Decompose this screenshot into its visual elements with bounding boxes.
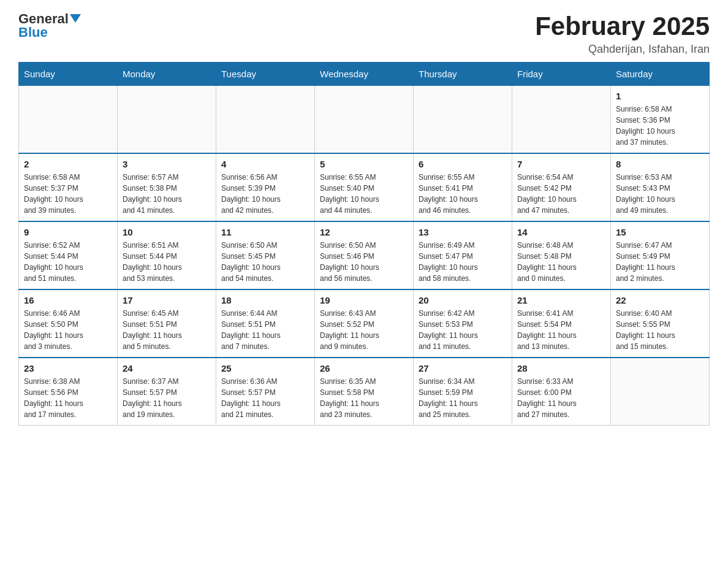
day-number: 23 [24,363,112,373]
table-row: 3Sunrise: 6:57 AMSunset: 5:38 PMDaylight… [118,153,216,221]
day-number: 28 [517,363,605,373]
table-row: 15Sunrise: 6:47 AMSunset: 5:49 PMDayligh… [611,221,710,289]
table-row [611,358,710,426]
day-number: 26 [320,363,408,373]
day-info: Sunrise: 6:33 AMSunset: 6:00 PMDaylight:… [517,376,605,420]
day-number: 1 [616,91,704,101]
table-row: 12Sunrise: 6:50 AMSunset: 5:46 PMDayligh… [315,221,414,289]
table-row: 22Sunrise: 6:40 AMSunset: 5:55 PMDayligh… [611,289,710,358]
title-block: February 2025 Qahderijan, Isfahan, Iran [535,12,710,56]
day-info: Sunrise: 6:36 AMSunset: 5:57 PMDaylight:… [221,376,309,420]
day-number: 4 [221,159,309,169]
logo-general: General [18,12,69,26]
day-number: 17 [123,295,211,305]
day-number: 27 [419,363,507,373]
day-info: Sunrise: 6:58 AMSunset: 5:37 PMDaylight:… [24,172,112,216]
table-row: 6Sunrise: 6:55 AMSunset: 5:41 PMDaylight… [414,153,512,221]
day-number: 19 [320,295,408,305]
table-row: 24Sunrise: 6:37 AMSunset: 5:57 PMDayligh… [118,358,216,426]
col-sunday: Sunday [19,63,118,86]
day-number: 5 [320,159,408,169]
calendar-week-row: 2Sunrise: 6:58 AMSunset: 5:37 PMDaylight… [19,153,710,221]
day-info: Sunrise: 6:35 AMSunset: 5:58 PMDaylight:… [320,376,408,420]
table-row [19,86,118,154]
day-info: Sunrise: 6:40 AMSunset: 5:55 PMDaylight:… [616,308,704,352]
day-info: Sunrise: 6:58 AMSunset: 5:36 PMDaylight:… [616,104,704,148]
table-row: 23Sunrise: 6:38 AMSunset: 5:56 PMDayligh… [19,358,118,426]
table-row: 1Sunrise: 6:58 AMSunset: 5:36 PMDaylight… [611,86,710,154]
day-info: Sunrise: 6:46 AMSunset: 5:50 PMDaylight:… [24,308,112,352]
table-row: 16Sunrise: 6:46 AMSunset: 5:50 PMDayligh… [19,289,118,358]
calendar-table: Sunday Monday Tuesday Wednesday Thursday… [18,62,710,426]
day-number: 16 [24,295,112,305]
day-number: 12 [320,227,408,237]
day-info: Sunrise: 6:41 AMSunset: 5:54 PMDaylight:… [517,308,605,352]
day-number: 6 [419,159,507,169]
month-title: February 2025 [535,12,710,40]
day-number: 14 [517,227,605,237]
calendar-week-row: 16Sunrise: 6:46 AMSunset: 5:50 PMDayligh… [19,289,710,358]
table-row [414,86,512,154]
day-info: Sunrise: 6:50 AMSunset: 5:46 PMDaylight:… [320,240,408,284]
day-info: Sunrise: 6:52 AMSunset: 5:44 PMDaylight:… [24,240,112,284]
col-friday: Friday [512,63,611,86]
day-number: 21 [517,295,605,305]
calendar-week-row: 1Sunrise: 6:58 AMSunset: 5:36 PMDaylight… [19,86,710,154]
table-row: 5Sunrise: 6:55 AMSunset: 5:40 PMDaylight… [315,153,414,221]
col-thursday: Thursday [414,63,512,86]
col-monday: Monday [118,63,216,86]
day-number: 24 [123,363,211,373]
day-info: Sunrise: 6:49 AMSunset: 5:47 PMDaylight:… [419,240,507,284]
table-row: 25Sunrise: 6:36 AMSunset: 5:57 PMDayligh… [216,358,315,426]
table-row: 20Sunrise: 6:42 AMSunset: 5:53 PMDayligh… [414,289,512,358]
day-info: Sunrise: 6:50 AMSunset: 5:45 PMDaylight:… [221,240,309,284]
day-info: Sunrise: 6:47 AMSunset: 5:49 PMDaylight:… [616,240,704,284]
table-row: 8Sunrise: 6:53 AMSunset: 5:43 PMDaylight… [611,153,710,221]
day-number: 15 [616,227,704,237]
day-number: 7 [517,159,605,169]
col-tuesday: Tuesday [216,63,315,86]
day-number: 25 [221,363,309,373]
table-row: 14Sunrise: 6:48 AMSunset: 5:48 PMDayligh… [512,221,611,289]
table-row: 11Sunrise: 6:50 AMSunset: 5:45 PMDayligh… [216,221,315,289]
day-info: Sunrise: 6:38 AMSunset: 5:56 PMDaylight:… [24,376,112,420]
day-number: 9 [24,227,112,237]
table-row: 27Sunrise: 6:34 AMSunset: 5:59 PMDayligh… [414,358,512,426]
day-number: 22 [616,295,704,305]
table-row: 7Sunrise: 6:54 AMSunset: 5:42 PMDaylight… [512,153,611,221]
svg-marker-0 [70,14,81,23]
logo: General Blue [18,12,81,39]
calendar-header-row: Sunday Monday Tuesday Wednesday Thursday… [19,63,710,86]
logo-arrow-icon [70,14,81,23]
day-info: Sunrise: 6:45 AMSunset: 5:51 PMDaylight:… [123,308,211,352]
table-row: 26Sunrise: 6:35 AMSunset: 5:58 PMDayligh… [315,358,414,426]
day-info: Sunrise: 6:55 AMSunset: 5:41 PMDaylight:… [419,172,507,216]
table-row [216,86,315,154]
day-info: Sunrise: 6:56 AMSunset: 5:39 PMDaylight:… [221,172,309,216]
calendar-week-row: 23Sunrise: 6:38 AMSunset: 5:56 PMDayligh… [19,358,710,426]
table-row: 13Sunrise: 6:49 AMSunset: 5:47 PMDayligh… [414,221,512,289]
table-row [118,86,216,154]
table-row: 17Sunrise: 6:45 AMSunset: 5:51 PMDayligh… [118,289,216,358]
calendar-week-row: 9Sunrise: 6:52 AMSunset: 5:44 PMDaylight… [19,221,710,289]
day-info: Sunrise: 6:53 AMSunset: 5:43 PMDaylight:… [616,172,704,216]
table-row: 9Sunrise: 6:52 AMSunset: 5:44 PMDaylight… [19,221,118,289]
day-info: Sunrise: 6:44 AMSunset: 5:51 PMDaylight:… [221,308,309,352]
day-number: 10 [123,227,211,237]
table-row: 21Sunrise: 6:41 AMSunset: 5:54 PMDayligh… [512,289,611,358]
table-row [315,86,414,154]
col-wednesday: Wednesday [315,63,414,86]
day-number: 18 [221,295,309,305]
day-info: Sunrise: 6:57 AMSunset: 5:38 PMDaylight:… [123,172,211,216]
day-info: Sunrise: 6:43 AMSunset: 5:52 PMDaylight:… [320,308,408,352]
page-header: General Blue February 2025 Qahderijan, I… [18,12,710,56]
table-row: 4Sunrise: 6:56 AMSunset: 5:39 PMDaylight… [216,153,315,221]
day-number: 8 [616,159,704,169]
table-row [512,86,611,154]
day-info: Sunrise: 6:34 AMSunset: 5:59 PMDaylight:… [419,376,507,420]
day-info: Sunrise: 6:48 AMSunset: 5:48 PMDaylight:… [517,240,605,284]
day-info: Sunrise: 6:51 AMSunset: 5:44 PMDaylight:… [123,240,211,284]
day-info: Sunrise: 6:54 AMSunset: 5:42 PMDaylight:… [517,172,605,216]
table-row: 28Sunrise: 6:33 AMSunset: 6:00 PMDayligh… [512,358,611,426]
day-number: 2 [24,159,112,169]
